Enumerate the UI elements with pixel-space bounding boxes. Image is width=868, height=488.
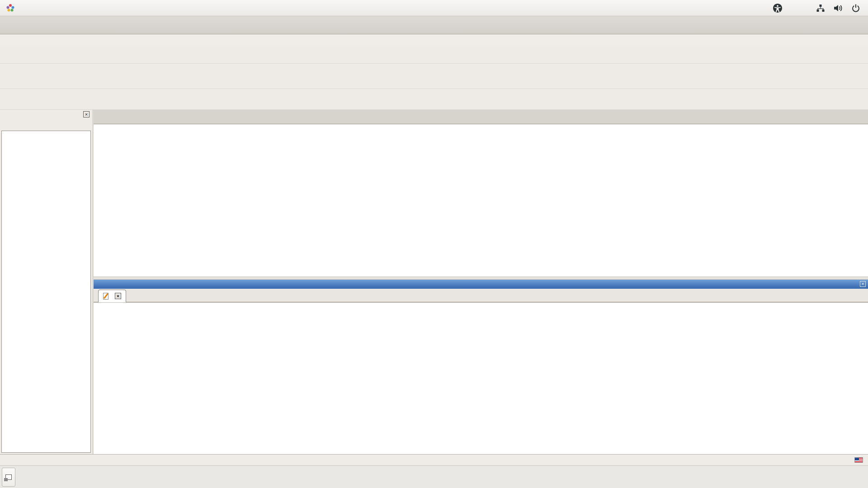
toolbar-row-3 [0, 89, 868, 110]
applications-icon [5, 3, 15, 13]
horizontal-splitter[interactable] [94, 277, 868, 280]
logs-panel-header: × [94, 280, 868, 289]
gnome-top-bar [0, 0, 868, 16]
show-desktop-icon [5, 474, 12, 480]
management-tabs [0, 119, 92, 131]
editor-and-logs: × × [94, 110, 868, 454]
logs-tab-codeblocks[interactable]: × [98, 290, 126, 302]
accessibility-icon[interactable] [769, 3, 786, 13]
logs-maximize-icon[interactable]: × [860, 281, 866, 287]
editor-tab-bar [94, 110, 868, 124]
status-keyboard-layout [849, 457, 868, 463]
status-file-info [0, 455, 503, 465]
management-panel: × [0, 110, 94, 454]
volume-icon[interactable] [830, 4, 846, 13]
logs-tab-close-icon[interactable]: × [115, 293, 121, 299]
toolbar-row-1 [0, 45, 868, 64]
desktop: × × × [0, 0, 868, 488]
menu-bar [0, 34, 868, 45]
management-header: × [0, 110, 92, 119]
us-flag-icon [854, 457, 863, 463]
projects-tree[interactable] [1, 131, 91, 453]
status-bar [0, 454, 868, 465]
management-close-icon[interactable]: × [83, 111, 90, 117]
network-icon[interactable] [813, 4, 828, 13]
taskbar [0, 465, 868, 488]
log-tab-icon [103, 293, 108, 300]
window-title-bar[interactable] [0, 16, 868, 34]
toolbar-row-2 [0, 64, 868, 89]
top-bar-status-area [769, 3, 868, 13]
power-icon[interactable] [848, 4, 863, 13]
places-menu[interactable] [24, 0, 35, 16]
focused-app-menu[interactable] [45, 0, 56, 16]
main-area: × × × [0, 110, 868, 454]
applications-menu[interactable] [0, 0, 24, 16]
log-output [94, 302, 868, 455]
show-desktop-button[interactable] [2, 468, 15, 487]
code-editor[interactable] [94, 124, 868, 277]
logs-tab-bar: × [94, 289, 868, 302]
